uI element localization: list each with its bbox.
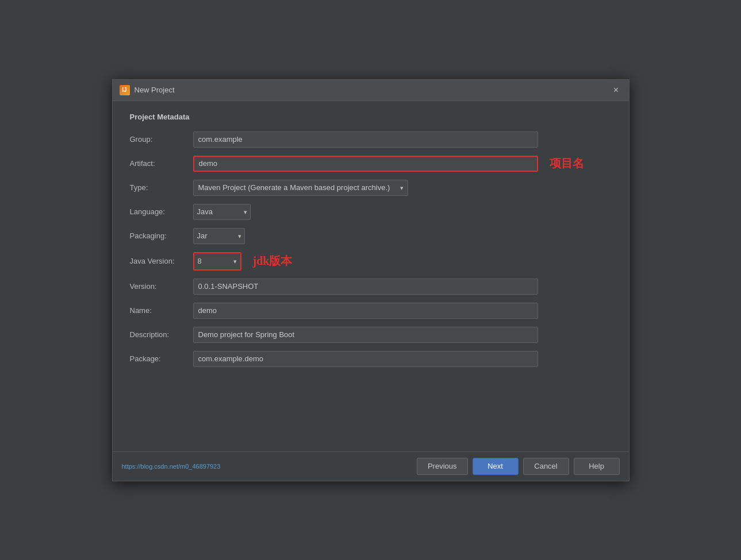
java-version-select[interactable]: 8 11 17 bbox=[194, 253, 240, 269]
java-version-select-wrapper: 8 11 17 bbox=[194, 253, 240, 269]
packaging-label: Packaging: bbox=[130, 231, 193, 240]
name-row: Name: bbox=[130, 303, 612, 319]
version-input[interactable] bbox=[193, 279, 538, 295]
packaging-row: Packaging: Jar War bbox=[130, 228, 612, 244]
package-row: Package: bbox=[130, 351, 612, 367]
dialog-title: New Project bbox=[135, 86, 175, 94]
description-input[interactable] bbox=[193, 327, 538, 343]
footer-link[interactable]: https://blog.csdn.net/m0_46897923 bbox=[122, 463, 221, 470]
version-row: Version: bbox=[130, 279, 612, 295]
language-select[interactable]: Java Kotlin Groovy bbox=[193, 204, 251, 220]
java-version-border: 8 11 17 bbox=[193, 252, 241, 271]
title-bar-left: IJ New Project bbox=[120, 85, 175, 95]
close-button[interactable]: × bbox=[611, 84, 622, 96]
artifact-input[interactable] bbox=[193, 156, 538, 172]
description-label: Description: bbox=[130, 330, 193, 339]
type-row: Type: Maven Project (Generate a Maven ba… bbox=[130, 180, 612, 196]
group-label: Group: bbox=[130, 135, 193, 144]
group-row: Group: bbox=[130, 132, 612, 148]
artifact-row: Artifact: 项目名 bbox=[130, 156, 612, 172]
packaging-select-wrapper: Jar War bbox=[193, 228, 245, 244]
dialog-footer: https://blog.csdn.net/m0_46897923 Previo… bbox=[113, 451, 629, 481]
new-project-dialog: IJ New Project × Project Metadata Group:… bbox=[112, 79, 629, 481]
packaging-select[interactable]: Jar War bbox=[193, 228, 245, 244]
language-select-wrapper: Java Kotlin Groovy bbox=[193, 204, 251, 220]
name-label: Name: bbox=[130, 306, 193, 315]
next-button[interactable]: Next bbox=[473, 458, 519, 475]
section-title: Project Metadata bbox=[130, 113, 612, 121]
language-label: Language: bbox=[130, 207, 193, 216]
java-version-row: Java Version: 8 11 17 jdk版本 bbox=[130, 252, 612, 271]
type-label: Type: bbox=[130, 183, 193, 192]
title-bar: IJ New Project × bbox=[113, 80, 629, 101]
type-select-wrapper: Maven Project (Generate a Maven based pr… bbox=[193, 180, 408, 196]
description-row: Description: bbox=[130, 327, 612, 343]
language-row: Language: Java Kotlin Groovy bbox=[130, 204, 612, 220]
app-icon: IJ bbox=[120, 85, 130, 95]
name-input[interactable] bbox=[193, 303, 538, 319]
package-input[interactable] bbox=[193, 351, 538, 367]
cancel-button[interactable]: Cancel bbox=[523, 458, 569, 475]
package-label: Package: bbox=[130, 354, 193, 363]
previous-button[interactable]: Previous bbox=[417, 458, 468, 475]
artifact-label: Artifact: bbox=[130, 159, 193, 168]
group-input[interactable] bbox=[193, 132, 538, 148]
project-name-annotation: 项目名 bbox=[550, 156, 584, 171]
type-select[interactable]: Maven Project (Generate a Maven based pr… bbox=[193, 180, 408, 196]
help-button[interactable]: Help bbox=[574, 458, 620, 475]
version-label: Version: bbox=[130, 282, 193, 291]
jdk-version-annotation: jdk版本 bbox=[253, 253, 293, 269]
dialog-body: Project Metadata Group: Artifact: 项目名 Ty… bbox=[113, 101, 629, 451]
java-version-label: Java Version: bbox=[130, 257, 193, 265]
